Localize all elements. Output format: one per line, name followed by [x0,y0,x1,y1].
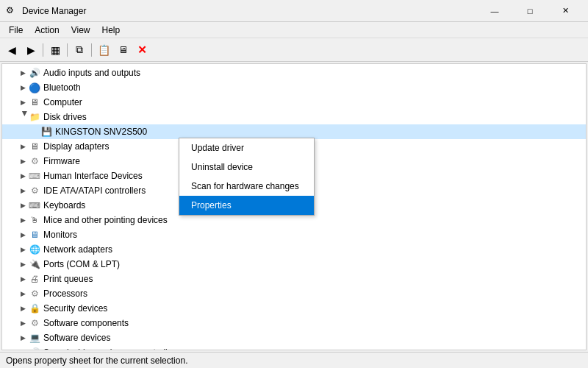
back-button[interactable]: ◀ [3,41,21,59]
expand-icon: ▶ [17,185,29,197]
sound-video-label: Sound, video and game controllers [43,347,179,350]
context-menu-update-driver[interactable]: Update driver [179,138,314,158]
disk-drives-label: Disk drives [43,112,87,122]
expand-icon: ▶ [17,317,29,329]
security-icon: 🔒 [29,302,40,314]
title-bar: ⚙ Device Manager — □ ✕ [0,0,588,22]
expand-icon: ▶ [17,96,29,108]
context-menu: Update driver Uninstall device Scan for … [179,138,315,216]
tree-item-print-queues[interactable]: ▶ 🖨 Print queues [2,272,586,286]
kingston-label: KINGSTON SNV2S500 [55,127,147,137]
showhide-button[interactable]: ▦ [46,41,64,59]
audio-icon: 🔊 [29,67,40,79]
network-icon: 🌐 [29,244,40,255]
print-icon: 🖨 [29,273,40,285]
expand-icon [29,126,40,138]
bluetooth-icon: 🔵 [29,82,40,93]
expand-icon: ▶ [17,155,29,167]
monitors-label: Monitors [43,230,77,240]
tree-item-ports[interactable]: ▶ 🔌 Ports (COM & LPT) [2,257,586,272]
expand-icon: ▶ [17,67,29,79]
tree-item-bluetooth[interactable]: ▶ 🔵 Bluetooth [2,80,586,95]
bluetooth-label: Bluetooth [43,82,81,93]
hid-icon: ⌨ [29,170,40,182]
status-text: Opens property sheet for the current sel… [6,355,187,366]
software-components-icon: ⚙ [29,317,40,329]
tree-item-sound-video[interactable]: ▶ 🔊 Sound, video and game controllers [2,345,586,350]
context-menu-uninstall-device[interactable]: Uninstall device [179,158,314,177]
expand-icon: ▶ [17,82,29,93]
main-content: ▶ 🔊 Audio inputs and outputs ▶ 🔵 Bluetoo… [0,62,588,352]
mice-icon: 🖱 [29,214,40,226]
processors-icon: ⚙ [29,288,40,300]
menu-view[interactable]: View [65,24,96,37]
hid-label: Human Interface Devices [43,171,143,181]
tree-item-network[interactable]: ▶ 🌐 Network adapters [2,242,586,257]
display-icon: 🖥 [29,141,40,152]
menu-help[interactable]: Help [96,24,126,37]
expand-icon: ▶ [17,332,29,344]
window-title: Device Manager [22,6,478,16]
device-tree[interactable]: ▶ 🔊 Audio inputs and outputs ▶ 🔵 Bluetoo… [1,63,587,350]
copy-button[interactable]: ⧉ [71,41,88,59]
display-label: Display adapters [43,141,109,152]
keyboards-icon: ⌨ [29,199,40,211]
tree-item-computer[interactable]: ▶ 🖥 Computer [2,95,586,110]
forward-button[interactable]: ▶ [22,41,40,59]
context-menu-scan-hardware[interactable]: Scan for hardware changes [179,177,314,196]
ports-icon: 🔌 [29,258,40,270]
tree-item-monitors[interactable]: ▶ 🖥 Monitors [2,227,586,242]
software-devices-icon: 💻 [29,332,40,344]
sound-video-icon: 🔊 [29,347,40,350]
status-bar: Opens property sheet for the current sel… [0,352,588,368]
audio-label: Audio inputs and outputs [43,68,140,78]
minimize-button[interactable]: — [478,0,512,22]
disk-drives-icon: 📁 [29,111,40,123]
menu-action[interactable]: Action [29,24,65,37]
update-driver-button[interactable]: 🖥 [114,41,132,59]
expand-icon: ▶ [17,273,29,285]
tree-item-security[interactable]: ▶ 🔒 Security devices [2,301,586,316]
expand-icon: ▶ [17,258,29,270]
context-menu-properties[interactable]: Properties [179,196,314,215]
firmware-label: Firmware [43,156,80,166]
maximize-button[interactable]: □ [513,0,547,22]
software-components-label: Software components [43,318,129,328]
toolbar-separator-3 [91,43,92,57]
expand-icon: ▶ [17,302,29,314]
expand-icon: ▶ [17,111,29,123]
menu-bar: File Action View Help [0,22,588,38]
tree-item-kingston[interactable]: 💾 KINGSTON SNV2S500 [2,124,586,139]
expand-icon: ▶ [17,244,29,255]
tree-item-software-components[interactable]: ▶ ⚙ Software components [2,316,586,330]
expand-icon: ▶ [17,229,29,241]
toolbar-separator-2 [67,43,68,57]
expand-icon: ▶ [17,199,29,211]
monitors-icon: 🖥 [29,229,40,241]
expand-icon: ▶ [17,170,29,182]
toolbar: ◀ ▶ ▦ ⧉ 📋 🖥 ✕ [0,38,588,62]
tree-item-audio[interactable]: ▶ 🔊 Audio inputs and outputs [2,66,586,80]
expand-icon: ▶ [17,214,29,226]
tree-item-software-devices[interactable]: ▶ 💻 Software devices [2,330,586,345]
tree-item-processors[interactable]: ▶ ⚙ Processors [2,286,586,301]
close-button[interactable]: ✕ [548,0,582,22]
menu-file[interactable]: File [3,24,29,37]
drive-icon: 💾 [40,126,52,138]
ports-label: Ports (COM & LPT) [43,259,120,269]
properties-button[interactable]: 📋 [95,41,112,59]
expand-icon: ▶ [17,141,29,152]
computer-icon: 🖥 [29,96,40,108]
ide-icon: ⚙ [29,185,40,197]
network-label: Network adapters [43,244,112,255]
window-controls: — □ ✕ [478,0,582,22]
uninstall-button[interactable]: ✕ [133,41,151,59]
firmware-icon: ⚙ [29,155,40,167]
mice-label: Mice and other pointing devices [43,215,168,225]
computer-label: Computer [43,97,82,107]
app-icon: ⚙ [6,5,18,17]
print-queues-label: Print queues [43,274,93,284]
tree-item-disk-drives[interactable]: ▶ 📁 Disk drives [2,110,586,124]
software-devices-label: Software devices [43,333,110,343]
processors-label: Processors [43,289,87,299]
